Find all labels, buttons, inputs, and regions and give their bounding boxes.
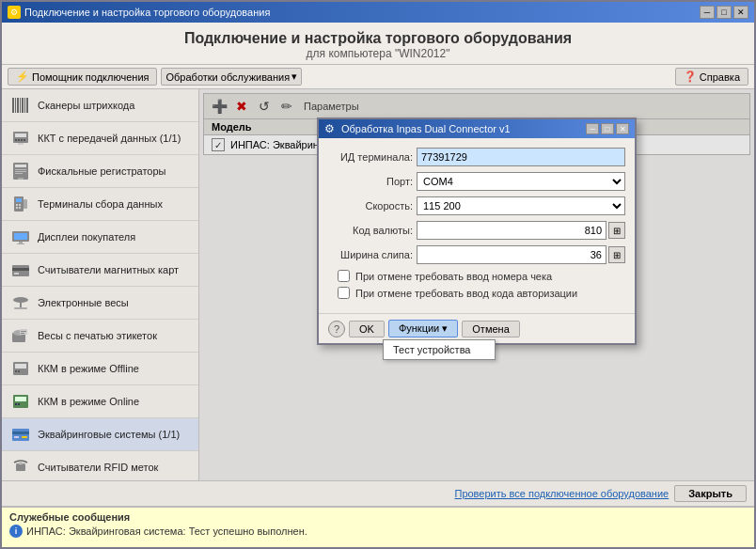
service-dropdown[interactable]: Обработки обслуживания ▾ <box>161 68 302 86</box>
terminal-id-input[interactable] <box>417 148 625 166</box>
modal-minimize-button[interactable]: ─ <box>586 123 599 134</box>
modal-title-left: ⚙ Обработка Inpas Dual Connector v1 <box>324 122 511 135</box>
maximize-button[interactable]: □ <box>717 6 732 19</box>
svg-rect-40 <box>21 331 26 332</box>
currency-input[interactable] <box>417 221 606 240</box>
checkbox2-input[interactable] <box>338 287 350 299</box>
svg-rect-25 <box>19 207 21 209</box>
sidebar-item-kkm-offline[interactable]: ККМ в режиме Offline <box>2 353 198 385</box>
app-subtitle: для компьютера "WIN2012" <box>6 47 750 60</box>
svg-rect-17 <box>15 171 26 172</box>
svg-rect-12 <box>24 139 25 141</box>
svg-rect-2 <box>17 98 19 113</box>
svg-rect-9 <box>15 139 17 141</box>
svg-rect-33 <box>14 273 19 274</box>
svg-rect-52 <box>14 436 19 438</box>
modal-help-button[interactable]: ? <box>328 321 345 337</box>
svg-rect-44 <box>15 370 17 372</box>
svg-rect-45 <box>18 370 20 372</box>
slip-input[interactable] <box>417 245 606 264</box>
speed-label: Скорость: <box>328 200 413 212</box>
svg-rect-0 <box>12 98 14 113</box>
sidebar-item-label-scales[interactable]: Весы с печатью этикеток <box>2 320 198 353</box>
port-select[interactable]: COM4 COM1 COM2 COM3 COM5 <box>417 172 625 191</box>
sidebar-item-kkm-online[interactable]: ККМ в режиме Online <box>2 385 198 418</box>
checkbox2-label: При отмене требовать ввод кода авторизац… <box>355 288 577 299</box>
check-all-link[interactable]: Проверить все подключенное оборудование <box>454 488 669 499</box>
info-icon: i <box>9 525 23 538</box>
functions-dropdown: Тест устройства <box>383 339 496 360</box>
svg-rect-51 <box>12 431 29 434</box>
sidebar-item-rfid[interactable]: Считыватели RFID меток <box>2 451 198 480</box>
chevron-down-icon: ▾ <box>291 71 297 83</box>
service-label: Обработки обслуживания <box>165 71 290 83</box>
assistant-button[interactable]: ⚡ Помощник подключения <box>8 68 157 86</box>
svg-rect-50 <box>12 429 29 441</box>
sidebar-item-scales[interactable]: Электронные весы <box>2 287 198 320</box>
close-window-button[interactable]: ✕ <box>733 6 748 19</box>
sidebar-item-barcode-scanners[interactable]: Сканеры штрихкода <box>2 89 198 122</box>
status-message-text: ИНПАС: Эквайринговая система: Тест успеш… <box>26 525 307 537</box>
svg-rect-32 <box>12 268 29 271</box>
sidebar-label: Фискальные регистраторы <box>38 165 165 177</box>
modal-maximize-button[interactable]: □ <box>601 123 614 134</box>
svg-rect-49 <box>18 403 20 405</box>
slip-input-group: ⊞ <box>417 245 625 264</box>
test-device-item[interactable]: Тест устройства <box>384 340 495 359</box>
sidebar-item-mag-card[interactable]: Считыватели магнитных карт <box>2 254 198 287</box>
minimize-button[interactable]: ─ <box>700 6 715 19</box>
content-area: ➕ ✖ ↺ ✏ Параметры Модель ИНПАС: Эквайрин… <box>199 89 754 480</box>
help-button[interactable]: ❓ Справка <box>675 68 748 86</box>
modal-title-bar: ⚙ Обработка Inpas Dual Connector v1 ─ □ … <box>319 119 635 138</box>
help-icon: ❓ <box>684 71 697 83</box>
speed-select[interactable]: 115 200 9600 19200 38400 57600 <box>417 196 625 215</box>
modal-dialog: ⚙ Обработка Inpas Dual Connector v1 ─ □ … <box>317 118 637 345</box>
status-bar-title: Служебные сообщения <box>9 511 747 523</box>
slip-label: Ширина слипа: <box>328 249 413 260</box>
label-scale-icon <box>9 324 32 347</box>
modal-overlay: ⚙ Обработка Inpas Dual Connector v1 ─ □ … <box>199 89 754 480</box>
functions-button[interactable]: Функции ▾ <box>388 320 458 337</box>
kkt-icon <box>9 127 32 149</box>
ok-button[interactable]: OK <box>349 321 385 337</box>
cancel-button[interactable]: Отмена <box>462 321 519 337</box>
svg-rect-24 <box>16 207 18 209</box>
slip-calc-button[interactable]: ⊞ <box>608 246 625 263</box>
svg-rect-13 <box>18 143 24 145</box>
main-close-button[interactable]: Закрыть <box>674 485 747 502</box>
title-bar-controls: ─ □ ✕ <box>700 6 748 19</box>
status-bar-message: i ИНПАС: Эквайринговая система: Тест усп… <box>9 525 747 538</box>
checkbox2-row: При отмене требовать ввод кода авторизац… <box>328 287 625 299</box>
slip-row: Ширина слипа: ⊞ <box>328 245 625 264</box>
sidebar-label: Сканеры штрихкода <box>38 100 134 111</box>
checkbox1-row: При отмене требовать ввод номера чека <box>328 270 625 282</box>
acquiring-icon <box>9 423 32 446</box>
svg-rect-29 <box>19 242 23 243</box>
checkbox1-input[interactable] <box>338 270 350 282</box>
currency-calc-button[interactable]: ⊞ <box>608 222 625 239</box>
sidebar-label: Дисплеи покупателя <box>38 231 135 243</box>
currency-input-group: ⊞ <box>417 221 625 240</box>
status-bar: Служебные сообщения i ИНПАС: Эквайрингов… <box>2 506 754 547</box>
sidebar-label: Электронные весы <box>38 297 129 308</box>
sidebar-item-terminals[interactable]: Терминалы сбора данных <box>2 188 198 221</box>
currency-row: Код валюты: ⊞ <box>328 221 625 240</box>
sidebar-item-fiscal[interactable]: Фискальные регистраторы <box>2 155 198 188</box>
sidebar-label: ККТ с передачей данных (1/1) <box>38 133 181 144</box>
sidebar-item-display[interactable]: Дисплеи покупателя <box>2 221 198 254</box>
svg-rect-6 <box>26 98 28 113</box>
svg-rect-1 <box>15 98 16 113</box>
modal-close-button[interactable]: ✕ <box>616 123 629 134</box>
sidebar-item-kkt[interactable]: ККТ с передачей данных (1/1) <box>2 122 198 155</box>
terminal-icon <box>9 193 32 215</box>
sidebar-label: Считыватели RFID меток <box>38 462 158 473</box>
sidebar-label: ККМ в режиме Offline <box>38 363 139 374</box>
svg-rect-26 <box>24 199 27 209</box>
app-header: Подключение и настройка торгового оборуд… <box>2 23 754 65</box>
title-bar: ⚙ Подключение и настройка торгового обор… <box>2 2 754 23</box>
svg-rect-5 <box>24 98 25 113</box>
modal-icon: ⚙ <box>324 122 338 135</box>
sidebar-item-acquiring[interactable]: Эквайринговые системы (1/1) <box>2 418 198 451</box>
kkm-online-icon <box>9 390 32 413</box>
title-bar-left: ⚙ Подключение и настройка торгового обор… <box>8 6 270 19</box>
